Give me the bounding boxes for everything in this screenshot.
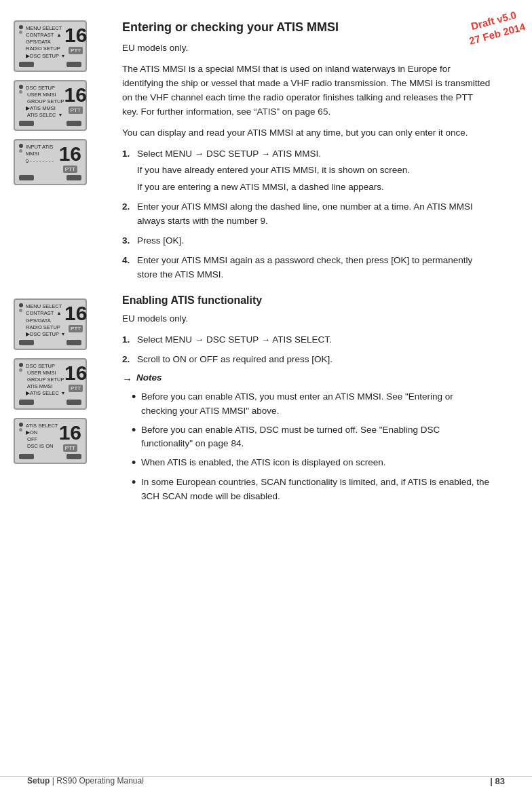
content-area: Entering or checking your ATIS MMSI EU m… bbox=[122, 20, 491, 504]
section2-steps: 1. Select MENU → DSC SETUP → ATIS SELECT… bbox=[122, 333, 491, 367]
step-number: 1. bbox=[122, 333, 137, 347]
device3-btn-left bbox=[19, 175, 34, 180]
step-item: 2. Enter your ATIS MMSI along the dashed… bbox=[122, 200, 491, 229]
draft-watermark: Draft v5.0 27 Feb 2014 bbox=[464, 7, 527, 47]
left-column: MENU SELECT CONTRAST ▲ GPS/DATA RADIO SE… bbox=[14, 20, 92, 472]
notes-bullet-list: • Before you can enable ATIS, you must e… bbox=[132, 390, 491, 504]
step-item: 4. Enter your ATIS MMSI again as a passw… bbox=[122, 254, 491, 282]
step-number: 2. bbox=[122, 353, 137, 367]
footer-setup: Setup bbox=[27, 776, 50, 786]
device2-text: DSC SETUP USER MMSI GROUP SETUP ▶ATIS MM… bbox=[26, 85, 64, 119]
section2-step1-main: Select MENU → DSC SETUP → ATIS SELECT. bbox=[137, 334, 332, 345]
left-spacer bbox=[14, 193, 92, 298]
device6-ptt: PTT bbox=[63, 444, 77, 452]
device5-ptt: PTT bbox=[69, 385, 83, 392]
page-footer: Setup | RS90 Operating Manual | 83 bbox=[0, 776, 532, 781]
device4-number: 16 bbox=[64, 303, 87, 324]
section1-steps: 1. Select MENU → DSC SETUP → ATIS MMSI. … bbox=[122, 147, 491, 282]
device-box-5: DSC SETUP USER MMSI GROUP SETUP ATIS MMS… bbox=[14, 358, 87, 410]
device5-text: DSC SETUP USER MMSI GROUP SETUP ATIS MMS… bbox=[26, 363, 64, 398]
bullet-dot: • bbox=[132, 456, 141, 471]
step-item: 1. Select MENU → DSC SETUP → ATIS SELECT… bbox=[122, 333, 491, 347]
device4-ptt: PTT bbox=[69, 325, 83, 332]
arrow-symbol: → bbox=[122, 373, 132, 385]
section1-para2: You can display and read your ATIS MMSI … bbox=[122, 126, 491, 140]
step-content: Select MENU → DSC SETUP → ATIS SELECT. bbox=[137, 333, 491, 347]
device6-btn-right bbox=[66, 454, 81, 459]
bullet-content: When ATIS is enabled, the ATIS icon is d… bbox=[141, 456, 491, 471]
step-number: 3. bbox=[122, 234, 137, 248]
step2-main: Enter your ATIS MMSI along the dashed li… bbox=[137, 201, 473, 226]
section1-para1: The ATIS MMSI is a special MMSI that is … bbox=[122, 62, 491, 119]
step-content: Press [OK]. bbox=[137, 234, 491, 248]
device2-ptt: PTT bbox=[69, 107, 83, 114]
device-box-1: MENU SELECT CONTRAST ▲ GPS/DATA RADIO SE… bbox=[14, 20, 87, 72]
device2-number: 16 bbox=[64, 85, 87, 105]
device-box-6: ATIS SELECT ▶ON OFF DSC IS ON 16 PTT bbox=[14, 418, 87, 464]
step-content: Enter your ATIS MMSI along the dashed li… bbox=[137, 200, 491, 229]
page-container: Draft v5.0 27 Feb 2014 MENU SELECT CONTR… bbox=[0, 0, 532, 793]
bullet-content: Before you can enable ATIS, you must ent… bbox=[141, 390, 491, 419]
step1-sub2: If you are entering a new ATIS MMSI, a d… bbox=[137, 180, 491, 195]
step-number: 1. bbox=[122, 147, 137, 195]
step-content: Scroll to ON or OFF as required and pres… bbox=[137, 353, 491, 367]
step-item: 2. Scroll to ON or OFF as required and p… bbox=[122, 353, 491, 367]
device-box-3: INPUT ATIS MMSI 9 - - - - - - - - 16 PTT bbox=[14, 139, 87, 185]
step-content: Select MENU → DSC SETUP → ATIS MMSI. If … bbox=[137, 147, 491, 195]
arrow-note: → Notes bbox=[122, 372, 491, 385]
device4-text: MENU SELECT CONTRAST ▲ GPS/DATA RADIO SE… bbox=[26, 303, 64, 338]
device6-text: ATIS SELECT ▶ON OFF DSC IS ON bbox=[26, 423, 59, 450]
section2-step2-main: Scroll to ON or OFF as required and pres… bbox=[137, 354, 332, 364]
device5-number: 16 bbox=[64, 363, 87, 383]
device4-btn-right bbox=[66, 340, 81, 345]
device-dot-small bbox=[19, 31, 22, 34]
bullet-item: • Before you can enable ATIS, DSC must b… bbox=[132, 423, 491, 452]
device5-btn-left bbox=[19, 400, 34, 405]
device1-text: MENU SELECT CONTRAST ▲ GPS/DATA RADIO SE… bbox=[26, 25, 64, 60]
device-dot-small bbox=[19, 149, 22, 153]
step-number: 2. bbox=[122, 200, 137, 229]
device-box-2: DSC SETUP USER MMSI GROUP SETUP ▶ATIS MM… bbox=[14, 80, 87, 132]
bullet-item: • In some European countries, SCAN funct… bbox=[132, 476, 491, 504]
bullet-dot: • bbox=[132, 476, 141, 504]
footer-pipe: | RS90 Operating Manual bbox=[52, 776, 144, 786]
bullet-content: Before you can enable ATIS, DSC must be … bbox=[141, 423, 491, 452]
bullet-item: • When ATIS is enabled, the ATIS icon is… bbox=[132, 456, 491, 471]
device5-btn-right bbox=[66, 400, 81, 405]
step3-main: Press [OK]. bbox=[137, 235, 184, 246]
device1-number: 16 bbox=[64, 25, 87, 45]
section2-title: Enabling ATIS functionality bbox=[122, 294, 491, 307]
device-dot-small bbox=[19, 368, 22, 372]
device6-btn-left bbox=[19, 454, 34, 459]
device-dot-small bbox=[19, 90, 22, 94]
bullet-item: • Before you can enable ATIS, you must e… bbox=[132, 390, 491, 419]
device-dot-small bbox=[19, 309, 22, 312]
device6-number: 16 bbox=[59, 423, 81, 443]
section1-eu-only: EU models only. bbox=[122, 41, 491, 56]
device3-text: INPUT ATIS MMSI 9 - - - - - - - - bbox=[26, 144, 59, 164]
step1-sub1: If you have already entered your ATIS MM… bbox=[137, 163, 491, 178]
section2-eu-only: EU models only. bbox=[122, 312, 491, 326]
device-box-4: MENU SELECT CONTRAST ▲ GPS/DATA RADIO SE… bbox=[14, 298, 87, 350]
step-content: Enter your ATIS MMSI again as a password… bbox=[137, 254, 491, 282]
device3-btn-right bbox=[66, 175, 81, 180]
device1-ptt: PTT bbox=[69, 47, 83, 54]
section1-title: Entering or checking your ATIS MMSI bbox=[122, 20, 491, 35]
device4-btn-left bbox=[19, 340, 34, 345]
device3-number: 16 bbox=[59, 144, 81, 164]
device2-btn-left bbox=[19, 121, 34, 126]
bullet-content: In some European countries, SCAN functio… bbox=[141, 476, 491, 504]
step-item: 3. Press [OK]. bbox=[122, 234, 491, 248]
step1-main: Select MENU → DSC SETUP → ATIS MMSI. bbox=[137, 149, 321, 159]
device1-btn-right bbox=[66, 62, 81, 67]
device2-btn-right bbox=[66, 121, 81, 126]
footer-center-text: Setup | RS90 Operating Manual bbox=[27, 776, 144, 786]
device-dot-small bbox=[19, 428, 22, 431]
step-number: 4. bbox=[122, 254, 137, 282]
footer-page-number: | 83 bbox=[490, 776, 505, 786]
bullet-dot: • bbox=[132, 423, 141, 452]
device3-ptt: PTT bbox=[63, 166, 77, 173]
bullet-dot: • bbox=[132, 390, 141, 419]
notes-label: Notes bbox=[136, 372, 162, 383]
step-item: 1. Select MENU → DSC SETUP → ATIS MMSI. … bbox=[122, 147, 491, 195]
